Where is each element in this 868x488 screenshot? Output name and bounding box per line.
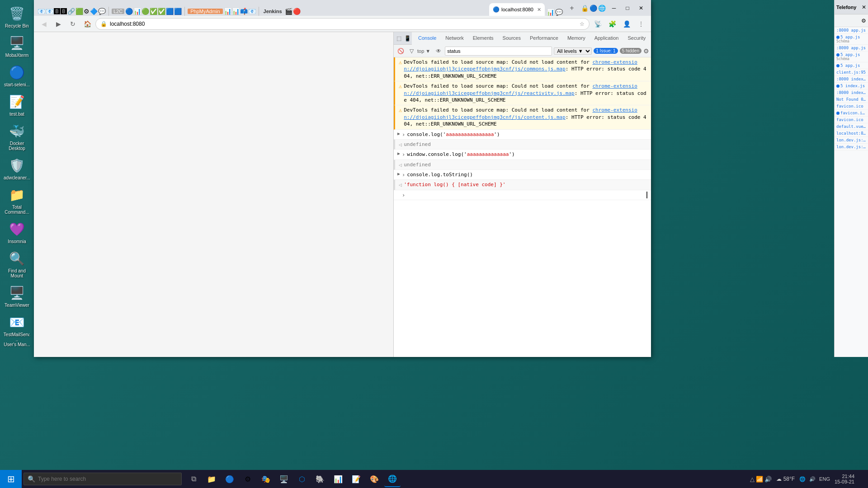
desktop-icon-docker[interactable]: 🐳 Docker Desktop bbox=[1, 120, 33, 153]
tab-security[interactable]: Security bbox=[623, 32, 650, 46]
url-input[interactable] bbox=[110, 21, 580, 27]
taskbar-app-3[interactable]: 🎭 bbox=[258, 471, 274, 487]
lang-indicator[interactable]: ENG bbox=[819, 476, 830, 482]
desktop-icon-test-bat[interactable]: 📝 test.bat bbox=[1, 90, 33, 119]
reload-button[interactable]: ↻ bbox=[66, 18, 79, 30]
taskbar-app-6[interactable]: 📝 bbox=[348, 471, 364, 487]
telefony-settings-icon[interactable]: ⚙ bbox=[861, 18, 866, 24]
filter-toggle-button[interactable]: ▽ bbox=[408, 47, 415, 55]
clear-console-button[interactable]: 🚫 bbox=[396, 47, 406, 55]
taskbar-app-5[interactable]: 📊 bbox=[330, 471, 346, 487]
network-entry-favicon-2[interactable]: favicon.ico bbox=[835, 110, 868, 117]
new-tab-button[interactable]: + bbox=[566, 3, 577, 14]
source-map-link-3[interactable]: chrome-extension://djoiagiiohjl3cicegpef… bbox=[404, 107, 637, 120]
network-entry-9[interactable]: :8000 index.js bbox=[835, 89, 868, 96]
desktop-icon-total-commander[interactable]: 📁 Total Command... bbox=[1, 183, 33, 217]
source-map-link-2[interactable]: chrome-extension://djoiagiiohjl3cicegpef… bbox=[404, 83, 637, 96]
taskbar-search[interactable]: 🔍 bbox=[24, 473, 182, 485]
extension-icon-1[interactable]: 🔒 bbox=[581, 5, 589, 12]
desktop-icon-testmailserver[interactable]: 📧 TestMailServ...User's Man... bbox=[1, 311, 33, 349]
network-entry-dev-js-1[interactable]: lon.dev.js:9095 bbox=[835, 137, 868, 144]
network-entry-default-vue[interactable]: default.vue:18 bbox=[835, 123, 868, 130]
network-entry-1[interactable]: :8000 app.js bbox=[835, 27, 868, 34]
network-entry-2[interactable]: 5 app.js Schéma bbox=[835, 34, 868, 45]
network-entry-6[interactable]: client.js:95 bbox=[835, 69, 868, 76]
taskview-button[interactable]: ⧉ bbox=[185, 471, 202, 487]
network-tray-icon[interactable]: 🌐 bbox=[799, 476, 806, 482]
show-desktop-button[interactable] bbox=[858, 470, 864, 488]
menu-button[interactable]: ⋮ bbox=[635, 18, 647, 30]
extension-icon-3[interactable]: 🌐 bbox=[598, 5, 606, 12]
address-bar[interactable]: 🔒 ☆ bbox=[95, 18, 590, 30]
console-output[interactable]: ⚠ DevTools failed to load source map: Co… bbox=[394, 57, 651, 357]
network-entry-favicon-1[interactable]: favicon.ico bbox=[835, 103, 868, 110]
taskbar-app-2[interactable]: ⚙ bbox=[240, 471, 256, 487]
start-button[interactable]: ⊞ bbox=[0, 470, 22, 488]
browser-active-tab[interactable]: 🔵 localhost:8080 ✕ bbox=[489, 3, 545, 16]
extensions-button[interactable]: 🧩 bbox=[606, 18, 618, 30]
network-entry-4[interactable]: 5 app.js Schéma bbox=[835, 52, 868, 62]
eye-button[interactable]: 👁 bbox=[434, 47, 443, 55]
profile-button[interactable]: 👤 bbox=[620, 18, 633, 30]
expand-button-1[interactable]: ▶ bbox=[397, 131, 400, 136]
filter-input[interactable] bbox=[445, 47, 552, 56]
close-button[interactable]: ✕ bbox=[635, 2, 647, 14]
network-entry-dev-js-2[interactable]: lon.dev.js:9104 bbox=[835, 144, 868, 150]
expand-button-3[interactable]: ▶ bbox=[397, 171, 400, 176]
weather-display[interactable]: ☁ 58°F bbox=[776, 476, 795, 482]
desktop-icon-adwcleaner[interactable]: 🛡️ adwcleaner... bbox=[1, 154, 33, 183]
levels-select[interactable]: All levels ▼ bbox=[554, 47, 592, 55]
network-entry-favicon-3[interactable]: favicon.ico bbox=[835, 117, 868, 123]
tab-memory[interactable]: Memory bbox=[563, 32, 590, 46]
console-prompt-line[interactable]: ▶ › bbox=[394, 190, 651, 200]
network-entry-8[interactable]: 5 index.js bbox=[835, 83, 868, 89]
tab-console[interactable]: Console bbox=[414, 32, 441, 46]
maximize-button[interactable]: □ bbox=[621, 2, 634, 14]
taskbar-chrome-button[interactable]: 🌐 bbox=[384, 471, 401, 487]
forward-button[interactable]: ▶ bbox=[52, 18, 65, 30]
tray-icon-1[interactable]: △ bbox=[750, 476, 755, 483]
desktop-icon-recycle-bin[interactable]: 🗑️ Recycle Bin bbox=[1, 2, 33, 31]
desktop-icon-find-and-mount[interactable]: 🔍 Find and Mount bbox=[1, 247, 33, 281]
cast-button[interactable]: 📡 bbox=[591, 18, 604, 30]
minimize-button[interactable]: ─ bbox=[608, 2, 620, 14]
desktop-icon-mobaxterm[interactable]: 🖥️ MobaXterm bbox=[1, 32, 33, 60]
desktop-icon-insomnia[interactable]: 💜 Insomnia bbox=[1, 218, 33, 246]
network-entry-localhost[interactable]: localhost:8080 bbox=[835, 130, 868, 137]
phpmyadmin-tab[interactable]: PhpMyAdmin bbox=[188, 9, 222, 14]
devtools-inspect-button[interactable]: ⬚ bbox=[396, 34, 402, 42]
tab-application[interactable]: Application bbox=[590, 32, 623, 46]
back-button[interactable]: ◀ bbox=[38, 18, 50, 30]
tab-performance[interactable]: Performance bbox=[525, 32, 563, 46]
volume-tray-icon[interactable]: 🔊 bbox=[809, 476, 816, 482]
file-explorer-button[interactable]: 📁 bbox=[203, 471, 220, 487]
devtools-device-button[interactable]: 📱 bbox=[403, 34, 412, 42]
console-settings-button[interactable]: ⚙ bbox=[643, 47, 649, 55]
tray-icon-2[interactable]: 📶 bbox=[756, 476, 763, 483]
taskbar-app-1[interactable]: 🔵 bbox=[222, 471, 238, 487]
taskbar-app-7[interactable]: 🎨 bbox=[366, 471, 382, 487]
bookmark-icon[interactable]: ☆ bbox=[580, 21, 585, 27]
search-input[interactable] bbox=[38, 476, 178, 482]
network-entry-not-found[interactable]: Not Found 0ms bbox=[835, 96, 868, 103]
clock-display[interactable]: 21:44 15-09-21 bbox=[835, 474, 854, 484]
extension-icon-2[interactable]: 🔵 bbox=[590, 5, 597, 12]
tray-icon-3[interactable]: 🔊 bbox=[764, 476, 772, 483]
tab-more[interactable]: » bbox=[650, 32, 651, 46]
network-entry-5[interactable]: 5 app.js bbox=[835, 62, 868, 69]
taskbar-app-phpstorm[interactable]: 🐘 bbox=[312, 471, 328, 487]
desktop-icon-start-selenium[interactable]: 🔵 start-seleni... bbox=[1, 61, 33, 89]
telefony-close[interactable]: ✕ bbox=[862, 4, 866, 10]
source-map-link-1[interactable]: chrome-extension://djoiagiiohjl3cicegpef… bbox=[404, 59, 637, 72]
tab-elements[interactable]: Elements bbox=[468, 32, 498, 46]
taskbar-app-vscode[interactable]: ⬡ bbox=[294, 471, 310, 487]
taskbar-app-4[interactable]: 🖥️ bbox=[276, 471, 292, 487]
network-entry-7[interactable]: :8000 index.js bbox=[835, 76, 868, 83]
tab-network[interactable]: Network bbox=[441, 32, 468, 46]
expand-button-2[interactable]: ▶ bbox=[397, 151, 400, 156]
tab-sources[interactable]: Sources bbox=[498, 32, 525, 46]
network-entry-3[interactable]: :8000 app.js bbox=[835, 45, 868, 52]
desktop-icon-teamviewer[interactable]: 🖥️ TeamViewer bbox=[1, 282, 33, 310]
tab-close-button[interactable]: ✕ bbox=[537, 7, 541, 13]
home-button[interactable]: 🏠 bbox=[81, 18, 94, 30]
